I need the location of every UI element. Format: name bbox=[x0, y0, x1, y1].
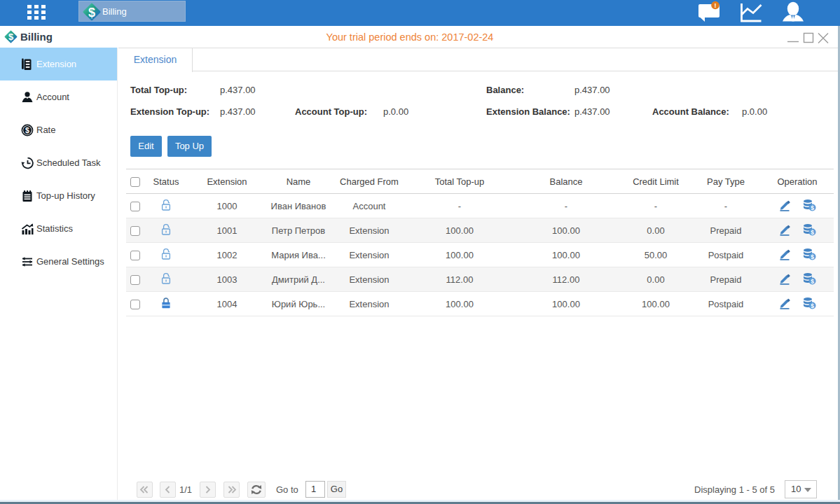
svg-text:!: ! bbox=[715, 2, 717, 9]
svg-text:$: $ bbox=[88, 6, 95, 20]
svg-text:$: $ bbox=[25, 126, 29, 134]
svg-text:$: $ bbox=[811, 277, 814, 284]
svg-text:$: $ bbox=[811, 204, 814, 211]
svg-text:$: $ bbox=[811, 228, 814, 235]
svg-text:$: $ bbox=[811, 302, 814, 309]
svg-text:$: $ bbox=[811, 253, 814, 260]
